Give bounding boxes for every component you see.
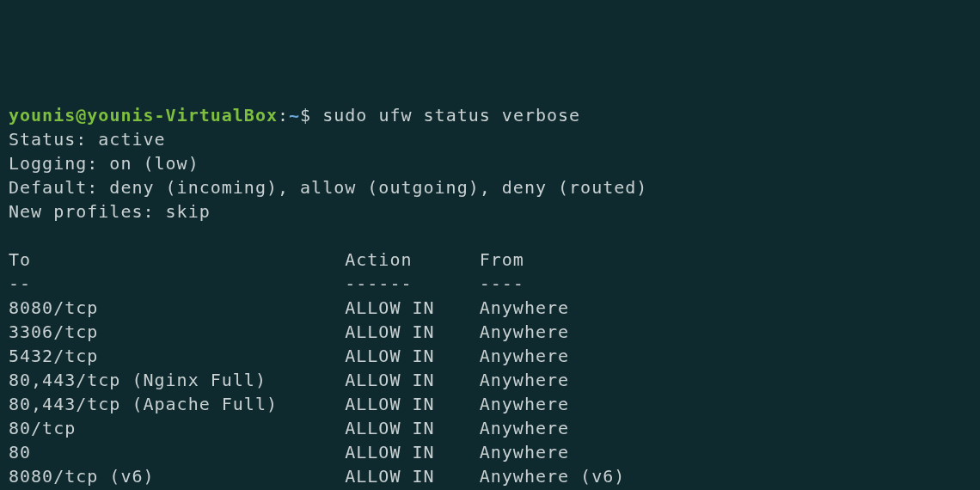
- prompt-at: @: [76, 105, 87, 126]
- rules-body: 8080/tcp ALLOW IN Anywhere 3306/tcp ALLO…: [9, 296, 971, 490]
- prompt-colon: :: [278, 105, 289, 126]
- rule-row: 8080/tcp ALLOW IN Anywhere: [9, 297, 569, 318]
- default-line: Default: deny (incoming), allow (outgoin…: [9, 177, 647, 198]
- prompt-path: ~: [289, 105, 300, 126]
- rule-row: 5432/tcp ALLOW IN Anywhere: [9, 346, 569, 366]
- prompt-host: younis-VirtualBox: [87, 105, 278, 126]
- rule-row: 80/tcp ALLOW IN Anywhere: [9, 418, 569, 438]
- rule-row: 80 ALLOW IN Anywhere: [9, 442, 569, 462]
- terminal-prompt[interactable]: younis@younis-VirtualBox:~$ sudo ufw sta…: [9, 105, 580, 126]
- logging-line: Logging: on (low): [9, 153, 199, 174]
- status-line: Status: active: [9, 129, 166, 150]
- rule-row: 8080/tcp (v6) ALLOW IN Anywhere (v6): [9, 466, 625, 487]
- prompt-user: younis: [9, 105, 76, 126]
- profiles-line: New profiles: skip: [9, 201, 211, 222]
- prompt-dollar: $: [300, 105, 322, 126]
- command-text: sudo ufw status verbose: [322, 105, 580, 126]
- rule-row: 80,443/tcp (Nginx Full) ALLOW IN Anywher…: [9, 370, 569, 390]
- rules-header: To Action From: [9, 249, 524, 270]
- rules-divider: -- ------ ----: [9, 273, 524, 294]
- rule-row: 80,443/tcp (Apache Full) ALLOW IN Anywhe…: [9, 394, 569, 414]
- rule-row: 3306/tcp ALLOW IN Anywhere: [9, 322, 569, 342]
